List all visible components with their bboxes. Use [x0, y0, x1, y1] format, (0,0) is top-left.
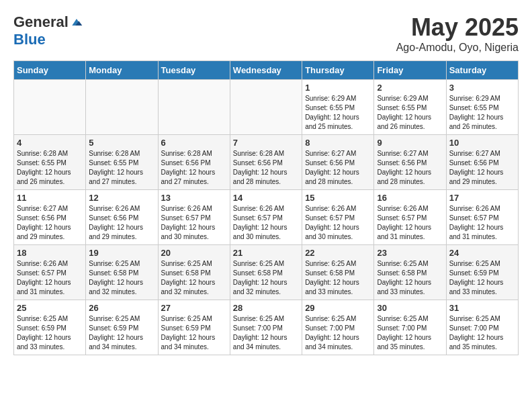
weekday-header-friday: Friday	[374, 61, 446, 80]
weekday-header-monday: Monday	[86, 61, 158, 80]
calendar-cell: 18Sunrise: 6:26 AM Sunset: 6:57 PM Dayli…	[14, 245, 86, 300]
day-number: 20	[161, 248, 227, 258]
calendar-cell	[230, 80, 302, 135]
calendar-table: SundayMondayTuesdayWednesdayThursdayFrid…	[13, 60, 519, 355]
day-number: 4	[17, 138, 83, 148]
calendar-cell	[14, 80, 86, 135]
day-number: 15	[305, 193, 371, 203]
day-info: Sunrise: 6:25 AM Sunset: 6:59 PM Dayligh…	[161, 314, 227, 352]
day-number: 1	[305, 83, 371, 93]
day-info: Sunrise: 6:25 AM Sunset: 6:59 PM Dayligh…	[17, 314, 83, 352]
day-number: 30	[377, 303, 443, 313]
day-info: Sunrise: 6:28 AM Sunset: 6:56 PM Dayligh…	[233, 149, 299, 187]
day-number: 3	[449, 83, 515, 93]
calendar-cell: 15Sunrise: 6:26 AM Sunset: 6:57 PM Dayli…	[302, 190, 374, 245]
day-number: 19	[89, 248, 154, 258]
calendar-cell: 8Sunrise: 6:27 AM Sunset: 6:56 PM Daylig…	[302, 135, 374, 190]
day-info: Sunrise: 6:26 AM Sunset: 6:57 PM Dayligh…	[449, 204, 515, 242]
day-info: Sunrise: 6:26 AM Sunset: 6:57 PM Dayligh…	[17, 259, 83, 297]
day-number: 24	[449, 248, 515, 258]
title-block: May 2025 Ago-Amodu, Oyo, Nigeria	[396, 13, 519, 54]
day-number: 22	[305, 248, 371, 258]
day-number: 14	[233, 193, 299, 203]
calendar-cell: 5Sunrise: 6:28 AM Sunset: 6:55 PM Daylig…	[86, 135, 158, 190]
weekday-header-wednesday: Wednesday	[230, 61, 302, 80]
day-number: 11	[17, 193, 83, 203]
day-number: 21	[233, 248, 299, 258]
day-number: 28	[233, 303, 299, 313]
day-info: Sunrise: 6:25 AM Sunset: 7:00 PM Dayligh…	[233, 314, 299, 352]
day-number: 23	[377, 248, 443, 258]
location: Ago-Amodu, Oyo, Nigeria	[396, 42, 519, 54]
header: General Blue May 2025 Ago-Amodu, Oyo, Ni…	[13, 13, 519, 54]
day-number: 13	[161, 193, 227, 203]
day-info: Sunrise: 6:25 AM Sunset: 6:58 PM Dayligh…	[161, 259, 227, 297]
calendar-cell: 23Sunrise: 6:25 AM Sunset: 6:58 PM Dayli…	[374, 245, 446, 300]
day-info: Sunrise: 6:27 AM Sunset: 6:56 PM Dayligh…	[377, 149, 443, 187]
day-number: 9	[377, 138, 443, 148]
calendar-cell: 21Sunrise: 6:25 AM Sunset: 6:58 PM Dayli…	[230, 245, 302, 300]
day-info: Sunrise: 6:28 AM Sunset: 6:55 PM Dayligh…	[17, 149, 83, 187]
calendar-week-1: 1Sunrise: 6:29 AM Sunset: 6:55 PM Daylig…	[14, 80, 519, 135]
calendar-cell: 13Sunrise: 6:26 AM Sunset: 6:57 PM Dayli…	[158, 190, 230, 245]
day-info: Sunrise: 6:27 AM Sunset: 6:56 PM Dayligh…	[449, 149, 515, 187]
day-number: 2	[377, 83, 443, 93]
day-info: Sunrise: 6:27 AM Sunset: 6:56 PM Dayligh…	[17, 204, 83, 242]
calendar-cell: 17Sunrise: 6:26 AM Sunset: 6:57 PM Dayli…	[446, 190, 518, 245]
day-info: Sunrise: 6:25 AM Sunset: 6:59 PM Dayligh…	[449, 259, 515, 297]
day-info: Sunrise: 6:25 AM Sunset: 7:00 PM Dayligh…	[305, 314, 371, 352]
day-info: Sunrise: 6:25 AM Sunset: 6:59 PM Dayligh…	[89, 314, 154, 352]
calendar-cell: 10Sunrise: 6:27 AM Sunset: 6:56 PM Dayli…	[446, 135, 518, 190]
calendar-week-3: 11Sunrise: 6:27 AM Sunset: 6:56 PM Dayli…	[14, 190, 519, 245]
day-info: Sunrise: 6:25 AM Sunset: 7:00 PM Dayligh…	[377, 314, 443, 352]
calendar-cell: 27Sunrise: 6:25 AM Sunset: 6:59 PM Dayli…	[158, 300, 230, 355]
day-number: 18	[17, 248, 83, 258]
day-number: 7	[233, 138, 299, 148]
weekday-header-sunday: Sunday	[14, 61, 86, 80]
day-info: Sunrise: 6:26 AM Sunset: 6:57 PM Dayligh…	[161, 204, 227, 242]
calendar-cell: 29Sunrise: 6:25 AM Sunset: 7:00 PM Dayli…	[302, 300, 374, 355]
calendar-cell: 9Sunrise: 6:27 AM Sunset: 6:56 PM Daylig…	[374, 135, 446, 190]
calendar-cell: 4Sunrise: 6:28 AM Sunset: 6:55 PM Daylig…	[14, 135, 86, 190]
calendar-header-row: SundayMondayTuesdayWednesdayThursdayFrid…	[14, 61, 519, 80]
month-title: May 2025	[396, 13, 519, 42]
logo-icon	[70, 15, 83, 29]
day-number: 25	[17, 303, 83, 313]
day-number: 6	[161, 138, 227, 148]
weekday-header-saturday: Saturday	[446, 61, 518, 80]
day-info: Sunrise: 6:25 AM Sunset: 6:58 PM Dayligh…	[305, 259, 371, 297]
day-info: Sunrise: 6:25 AM Sunset: 7:00 PM Dayligh…	[449, 314, 515, 352]
day-info: Sunrise: 6:25 AM Sunset: 6:58 PM Dayligh…	[233, 259, 299, 297]
calendar-cell: 11Sunrise: 6:27 AM Sunset: 6:56 PM Dayli…	[14, 190, 86, 245]
day-info: Sunrise: 6:27 AM Sunset: 6:56 PM Dayligh…	[305, 149, 371, 187]
calendar-cell: 2Sunrise: 6:29 AM Sunset: 6:55 PM Daylig…	[374, 80, 446, 135]
calendar-cell: 31Sunrise: 6:25 AM Sunset: 7:00 PM Dayli…	[446, 300, 518, 355]
day-number: 12	[89, 193, 154, 203]
calendar-cell: 14Sunrise: 6:26 AM Sunset: 6:57 PM Dayli…	[230, 190, 302, 245]
day-info: Sunrise: 6:26 AM Sunset: 6:57 PM Dayligh…	[233, 204, 299, 242]
calendar-cell: 30Sunrise: 6:25 AM Sunset: 7:00 PM Dayli…	[374, 300, 446, 355]
day-number: 27	[161, 303, 227, 313]
day-number: 26	[89, 303, 154, 313]
day-number: 31	[449, 303, 515, 313]
day-info: Sunrise: 6:26 AM Sunset: 6:56 PM Dayligh…	[89, 204, 154, 242]
calendar-cell: 24Sunrise: 6:25 AM Sunset: 6:59 PM Dayli…	[446, 245, 518, 300]
day-number: 8	[305, 138, 371, 148]
calendar-week-4: 18Sunrise: 6:26 AM Sunset: 6:57 PM Dayli…	[14, 245, 519, 300]
calendar-cell: 6Sunrise: 6:28 AM Sunset: 6:56 PM Daylig…	[158, 135, 230, 190]
day-info: Sunrise: 6:26 AM Sunset: 6:57 PM Dayligh…	[377, 204, 443, 242]
day-number: 17	[449, 193, 515, 203]
calendar-cell	[158, 80, 230, 135]
day-info: Sunrise: 6:25 AM Sunset: 6:58 PM Dayligh…	[377, 259, 443, 297]
logo-general: General	[13, 13, 69, 31]
logo-blue: Blue	[13, 31, 46, 48]
weekday-header-tuesday: Tuesday	[158, 61, 230, 80]
day-number: 10	[449, 138, 515, 148]
calendar-cell: 19Sunrise: 6:25 AM Sunset: 6:58 PM Dayli…	[86, 245, 158, 300]
calendar-cell: 7Sunrise: 6:28 AM Sunset: 6:56 PM Daylig…	[230, 135, 302, 190]
day-number: 16	[377, 193, 443, 203]
calendar-cell: 26Sunrise: 6:25 AM Sunset: 6:59 PM Dayli…	[86, 300, 158, 355]
calendar-cell: 22Sunrise: 6:25 AM Sunset: 6:58 PM Dayli…	[302, 245, 374, 300]
calendar-cell: 12Sunrise: 6:26 AM Sunset: 6:56 PM Dayli…	[86, 190, 158, 245]
day-info: Sunrise: 6:29 AM Sunset: 6:55 PM Dayligh…	[449, 94, 515, 132]
